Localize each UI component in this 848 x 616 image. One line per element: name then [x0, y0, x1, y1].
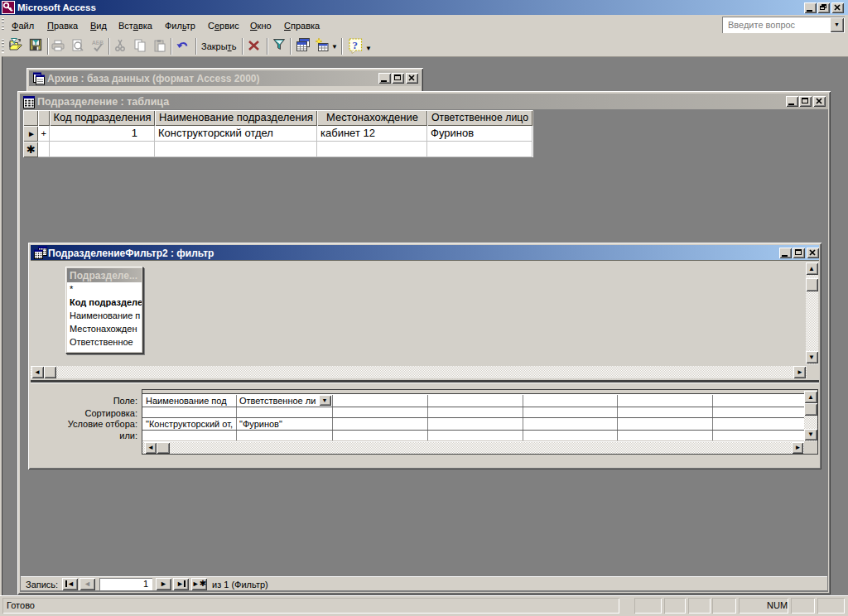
svg-text:?: ? — [353, 39, 359, 51]
